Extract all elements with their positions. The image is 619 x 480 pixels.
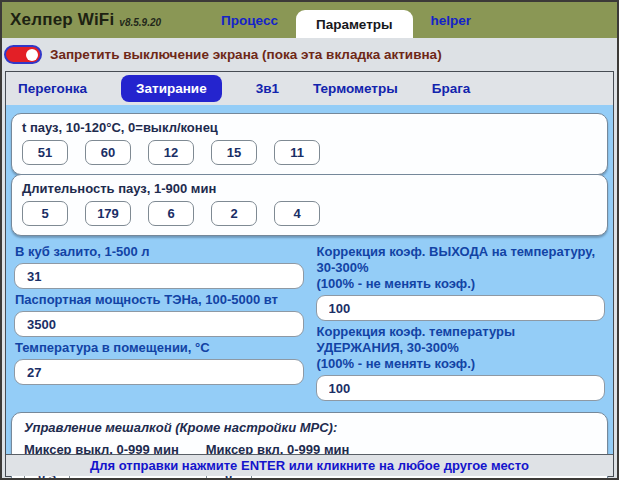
submit-hint: Для отправки нажмите ENTER или кликните …: [90, 458, 529, 473]
mixer-title: Управление мешалкой (Кроме настройки MPC…: [24, 420, 595, 435]
pause-temp-input-1[interactable]: [22, 140, 68, 165]
right-column: Коррекция коэф. ВЫХОДА на температуру, 3…: [316, 241, 606, 401]
hold-correction-label: Коррекция коэф. температуры УДЕРЖАНИЯ, 3…: [317, 324, 605, 356]
room-temp-label: Температура в помещении, °C: [15, 340, 303, 356]
app-header: Хелпер WiFi v8.5.9.20 Процесс Параметры …: [2, 2, 617, 38]
output-correction-label: Коррекция коэф. ВЫХОДА на температуру, 3…: [317, 244, 605, 276]
tab-3v1[interactable]: 3в1: [256, 81, 279, 96]
top-tab-process[interactable]: Процесс: [203, 2, 296, 38]
top-nav: Процесс Параметры helper: [203, 2, 489, 38]
pause-temps-label: t пауз, 10-120°C, 0=выкл/конец: [22, 120, 597, 135]
top-tab-helper[interactable]: helper: [413, 2, 490, 38]
pause-temp-input-2[interactable]: [85, 140, 131, 165]
pause-durations-label: Длительность пауз, 1-900 мин: [22, 181, 597, 196]
left-column: В куб залито, 1-500 л Паспортная мощност…: [14, 241, 304, 401]
tab-braga[interactable]: Брага: [432, 81, 471, 96]
hold-correction-label-2: (100% - не менять коэф.): [317, 356, 605, 372]
pause-temp-input-3[interactable]: [148, 140, 194, 165]
top-tab-parameters[interactable]: Параметры: [296, 10, 413, 38]
pause-duration-input-1[interactable]: [22, 201, 68, 226]
settings-columns: В куб залито, 1-500 л Паспортная мощност…: [11, 241, 608, 401]
output-correction-input[interactable]: [316, 295, 606, 321]
pause-duration-input-2[interactable]: [85, 201, 131, 226]
pause-durations-fieldset: Длительность пауз, 1-900 мин: [11, 174, 608, 236]
toggle-knob-icon: [26, 49, 38, 61]
field-room-temp: Температура в помещении, °C: [14, 340, 304, 385]
hold-correction-input[interactable]: [316, 375, 606, 401]
section-tabs: Перегонка Затирание 3в1 Термометры Брага: [6, 72, 613, 105]
pause-temp-input-5[interactable]: [274, 140, 320, 165]
app-title-wrap: Хелпер WiFi v8.5.9.20: [2, 2, 161, 38]
field-output-correction: Коррекция коэф. ВЫХОДА на температуру, 3…: [316, 244, 606, 321]
tab-peregonka[interactable]: Перегонка: [18, 81, 87, 96]
screen-lock-label: Запретить выключение экрана (пока эта вк…: [50, 47, 442, 62]
app-title: Хелпер WiFi: [10, 10, 114, 30]
field-volume: В куб залито, 1-500 л: [14, 244, 304, 289]
pause-duration-input-3[interactable]: [148, 201, 194, 226]
output-correction-label-2: (100% - не менять коэф.): [317, 276, 605, 292]
field-hold-correction: Коррекция коэф. температуры УДЕРЖАНИЯ, 3…: [316, 324, 606, 401]
screen-lock-row: Запретить выключение экрана (пока эта вк…: [2, 38, 617, 71]
footer-strip: Для отправки нажмите ENTER или кликните …: [6, 454, 613, 476]
heater-power-label: Паспортная мощность ТЭНа, 100-5000 вт: [15, 292, 303, 308]
pause-duration-input-5[interactable]: [274, 201, 320, 226]
room-temp-input[interactable]: [14, 359, 304, 385]
volume-label: В куб залито, 1-500 л: [15, 244, 303, 260]
settings-content: t пауз, 10-120°C, 0=выкл/конец Длительно…: [6, 105, 613, 454]
pause-durations-inputs: [22, 201, 597, 226]
tab-zatiranie[interactable]: Затирание: [121, 75, 222, 102]
pause-duration-input-4[interactable]: [211, 201, 257, 226]
app-version: v8.5.9.20: [119, 13, 161, 28]
screen-lock-toggle[interactable]: [4, 45, 42, 64]
field-heater-power: Паспортная мощность ТЭНа, 100-5000 вт: [14, 292, 304, 337]
tab-termometry[interactable]: Термометры: [313, 81, 398, 96]
volume-input[interactable]: [14, 263, 304, 289]
pause-temp-input-4[interactable]: [211, 140, 257, 165]
main-panel: Перегонка Затирание 3в1 Термометры Брага…: [5, 71, 614, 477]
pause-temps-inputs: [22, 140, 597, 165]
pause-temps-fieldset: t пауз, 10-120°C, 0=выкл/конец: [11, 113, 608, 175]
heater-power-input[interactable]: [14, 311, 304, 337]
